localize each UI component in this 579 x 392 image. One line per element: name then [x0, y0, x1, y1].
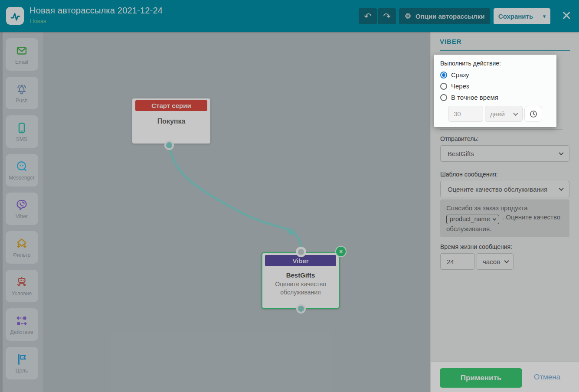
clock-icon: [530, 110, 537, 118]
delay-value-input[interactable]: [448, 106, 483, 122]
sidebar-tiles: Email Push SMS: [0, 38, 43, 379]
radio-after-delay[interactable]: Через: [440, 81, 550, 91]
email-icon: [15, 44, 29, 58]
radio-label: В точное время: [451, 94, 498, 101]
sidebar-item-label: Условие: [12, 291, 32, 297]
panel-heading-rule: [440, 50, 570, 51]
panel-footer: Применить Отмена: [430, 361, 579, 392]
sidebar-item-label: Фильтр: [13, 252, 30, 258]
sidebar-item-action[interactable]: Действие: [6, 308, 38, 341]
chevron-down-icon: [559, 150, 563, 155]
page-subtitle: Новая: [30, 18, 46, 24]
close-icon: ×: [339, 248, 343, 255]
sidebar-item-label: Цель: [16, 368, 28, 374]
bell-icon: [15, 82, 29, 96]
connector-line: [169, 145, 301, 250]
sender-label: Отправитель:: [440, 135, 479, 142]
clock-button[interactable]: [524, 106, 542, 122]
viber-node-input-port[interactable]: [296, 247, 306, 257]
apply-button[interactable]: Применить: [440, 368, 522, 388]
sidebar-item-messenger[interactable]: Messenger: [6, 154, 38, 186]
chevron-down-icon: [513, 111, 518, 115]
viber-node[interactable]: Viber BestGifts Оцените качество обслужи…: [262, 252, 340, 309]
redo-icon: ↷: [383, 11, 391, 22]
template-label: Шаблон сообщения:: [440, 171, 498, 178]
execute-action-label: Выполнить действие:: [440, 60, 550, 67]
start-node-output-port[interactable]: [164, 140, 174, 150]
radio-exact-time[interactable]: В точное время: [440, 92, 550, 102]
product-name-value: product_name: [450, 215, 490, 224]
sidebar-item-label: SMS: [16, 136, 27, 142]
sidebar-item-condition[interactable]: Условие: [6, 270, 38, 302]
flow-canvas[interactable]: Старт серии Покупка Viber BestGifts Оцен…: [43, 32, 430, 392]
sidebar-item-label: Email: [15, 59, 28, 65]
close-icon: ×: [562, 7, 571, 25]
section-divider: [440, 129, 563, 130]
sidebar-item-viber[interactable]: Viber: [6, 193, 38, 225]
chat-bubble-icon: [15, 160, 29, 173]
sidebar-item-goal[interactable]: Цель: [6, 347, 38, 379]
app-header: Новая авторассылка 2021-12-24 Новая ↶ ↷ …: [0, 0, 579, 32]
pulse-icon: [9, 10, 22, 23]
radio-icon[interactable]: [440, 94, 447, 101]
viber-node-output-port[interactable]: [296, 304, 306, 314]
ttl-value-input[interactable]: [440, 253, 474, 270]
delay-controls: дней: [448, 106, 550, 122]
undo-button[interactable]: ↶: [359, 8, 377, 24]
panel-heading: VIBER: [440, 38, 461, 45]
sidebar-item-push[interactable]: Push: [6, 77, 38, 109]
chevron-down-icon: ▾: [543, 13, 546, 20]
viber-node-delete-button[interactable]: ×: [335, 246, 347, 257]
viber-node-subtitle: Оцените качество обслуживания: [262, 280, 339, 297]
delay-unit-value: дней: [490, 110, 505, 118]
gear-icon: ⚙: [405, 12, 411, 21]
close-editor-button[interactable]: ×: [558, 6, 575, 25]
start-node[interactable]: Старт серии Покупка: [132, 98, 210, 144]
radio-icon[interactable]: [440, 83, 447, 90]
preview-text-prefix: Спасибо за заказ продукта: [446, 204, 528, 212]
sidebar-item-filter[interactable]: Фильтр: [6, 231, 38, 264]
smartphone-icon: [15, 121, 29, 135]
chevron-down-icon: [559, 186, 563, 191]
start-node-body: Покупка: [132, 118, 210, 125]
app-logo: [6, 7, 24, 25]
save-split-button[interactable]: Сохранить ▾: [494, 8, 550, 24]
condition-robot-icon: [15, 275, 29, 289]
blocks-sidebar: Email Push SMS: [0, 32, 43, 392]
save-dropdown-button[interactable]: ▾: [538, 8, 550, 24]
delay-unit-select[interactable]: дней: [485, 106, 523, 122]
chevron-down-icon: [504, 258, 509, 263]
filter-diamond-icon: [15, 237, 29, 251]
action-icon: [15, 314, 29, 328]
product-name-select[interactable]: product_name: [446, 215, 499, 224]
sidebar-item-sms[interactable]: SMS: [6, 115, 38, 148]
sender-select[interactable]: BestGifts: [440, 145, 569, 162]
sidebar-item-label: Viber: [16, 213, 28, 219]
autosend-options-label: Опции авторассылки: [415, 13, 485, 20]
radio-label: Через: [451, 82, 469, 90]
message-preview: Спасибо за заказ продукта product_name .…: [440, 199, 569, 237]
settings-panel: VIBER Выполнить действие: Сразу Через В …: [430, 32, 579, 361]
cancel-button[interactable]: Отмена: [534, 373, 560, 382]
template-select[interactable]: Оцените качество обслуживания: [440, 181, 569, 197]
start-node-header: Старт серии: [135, 100, 207, 111]
goal-flag-icon: [15, 353, 29, 366]
autosend-options-button[interactable]: ⚙ Опции авторассылки: [399, 8, 490, 24]
save-button[interactable]: Сохранить: [494, 8, 538, 24]
radio-immediately[interactable]: Сразу: [440, 70, 550, 80]
ttl-unit-select[interactable]: часов: [477, 253, 514, 270]
radio-selected-icon[interactable]: [440, 72, 447, 78]
connector-midpoint[interactable]: [288, 229, 294, 235]
sidebar-item-email[interactable]: Email: [6, 38, 38, 71]
redo-button[interactable]: ↷: [378, 8, 396, 24]
template-value: Оцените качество обслуживания: [448, 186, 547, 193]
undo-icon: ↶: [364, 11, 372, 22]
viber-icon: [15, 198, 29, 212]
radio-label: Сразу: [451, 71, 469, 78]
sidebar-item-label: Push: [16, 98, 27, 104]
sidebar-item-label: Messenger: [9, 175, 34, 181]
viber-node-title: BestGifts: [262, 271, 339, 279]
ttl-label: Время жизни сообщения:: [440, 243, 512, 250]
chevron-down-icon: [492, 217, 496, 220]
sidebar-item-label: Действие: [10, 329, 33, 335]
